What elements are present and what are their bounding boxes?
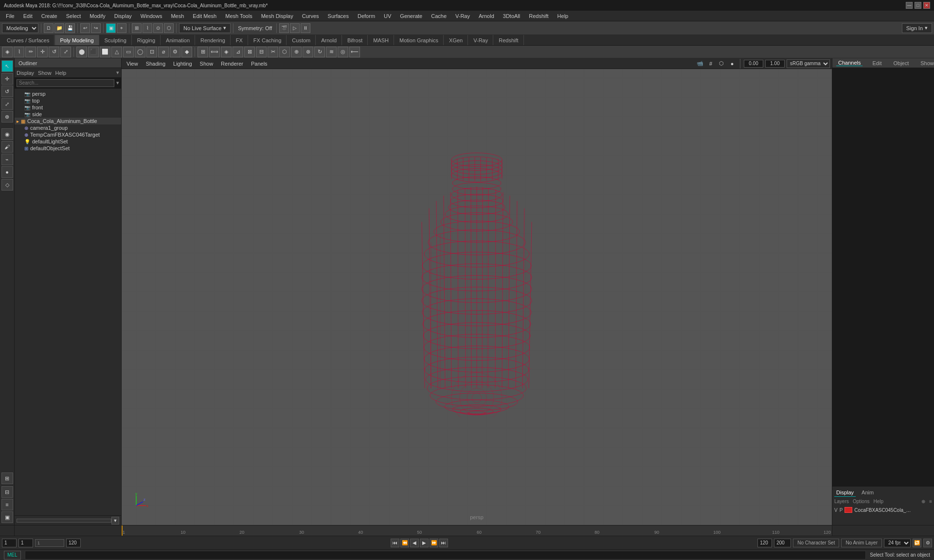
no-character-set-btn[interactable]: No Character Set: [793, 539, 839, 547]
display-tab[interactable]: Display: [834, 489, 856, 497]
maximize-button[interactable]: □: [915, 2, 921, 9]
exposure-input[interactable]: [744, 60, 763, 68]
plane-tool[interactable]: ▭: [123, 47, 134, 57]
bevel-tool[interactable]: ⊿: [233, 47, 243, 57]
menu-item-uv[interactable]: UV: [380, 12, 395, 20]
stack-layout[interactable]: ≡: [1, 499, 13, 510]
select-mode-btn[interactable]: ▣: [106, 23, 116, 33]
scale-tool-left[interactable]: ⤢: [1, 98, 13, 110]
snap-surface-btn[interactable]: ⬡: [164, 23, 174, 33]
spin-edge-tool[interactable]: ↻: [314, 47, 325, 57]
layer-color-swatch[interactable]: [844, 507, 852, 513]
outliner-collapse-btn[interactable]: ▾: [116, 70, 119, 76]
tab-xgen[interactable]: XGen: [444, 35, 468, 45]
tab-sculpting[interactable]: Sculpting: [100, 35, 132, 45]
pause-btn[interactable]: ⏸: [301, 23, 310, 33]
renderer-menu[interactable]: Renderer: [218, 60, 246, 68]
step-back-btn[interactable]: ⏪: [400, 539, 409, 547]
layer-add-btn[interactable]: ⊕: [921, 499, 925, 504]
anim-tab[interactable]: Anim: [860, 489, 876, 497]
menu-item-mesh-tools[interactable]: Mesh Tools: [221, 12, 256, 20]
loop-btn[interactable]: 🔁: [913, 539, 921, 547]
tab-v-ray[interactable]: V-Ray: [468, 35, 493, 45]
tree-item-top[interactable]: 📷 top: [15, 97, 121, 104]
append-tool[interactable]: ⊕: [291, 47, 302, 57]
new-scene-btn[interactable]: 🗋: [44, 23, 54, 33]
frame-range-bar[interactable]: 1: [35, 539, 64, 547]
menu-item-curves[interactable]: Curves: [298, 12, 323, 20]
lasso-btn[interactable]: ⌖: [117, 23, 126, 33]
outliner-display-menu[interactable]: Display: [17, 70, 34, 76]
menu-item-mesh[interactable]: Mesh: [167, 12, 188, 20]
tree-item-camera1[interactable]: ⊛ camera1_group: [15, 124, 121, 131]
no-live-surface-btn[interactable]: No Live Surface ▾: [179, 23, 231, 33]
snap-grid-btn[interactable]: ⊞: [132, 23, 142, 33]
torus-tool[interactable]: ◯: [135, 47, 145, 57]
go-to-end-btn[interactable]: ⏭: [439, 539, 448, 547]
outliner-show-menu[interactable]: Show: [38, 70, 52, 76]
select-tool[interactable]: ◈: [2, 47, 13, 57]
frame-end-input[interactable]: [66, 539, 81, 547]
extrude-tool[interactable]: ⊞: [198, 47, 208, 57]
tree-item-tempcam[interactable]: ⊕ TempCamFBXASC046Target: [15, 131, 121, 138]
workspace-dropdown[interactable]: Modeling: [2, 23, 38, 33]
color-paint[interactable]: ●: [1, 166, 13, 178]
help-label[interactable]: Help: [873, 499, 883, 504]
show-tab[interactable]: Show: [918, 60, 934, 66]
loop-cut-tool[interactable]: ⊟: [256, 47, 267, 57]
no-anim-layer-btn[interactable]: No Anim Layer: [841, 539, 882, 547]
range-max-input[interactable]: [774, 539, 791, 547]
tab-custom[interactable]: Custom: [287, 35, 316, 45]
scale-tool[interactable]: ⤢: [60, 47, 71, 57]
outliner-search-input[interactable]: [17, 79, 114, 87]
camera-toggle-btn[interactable]: 📹: [696, 59, 704, 68]
target-weld-tool[interactable]: ◎: [338, 47, 348, 57]
snap-point-btn[interactable]: ⊙: [153, 23, 163, 33]
fill-tool[interactable]: ⬡: [279, 47, 290, 57]
cube-tool[interactable]: ⬛: [88, 47, 99, 57]
gamma-input[interactable]: [765, 60, 785, 68]
ipr-btn[interactable]: ▷: [290, 23, 300, 33]
menu-item-surfaces[interactable]: Surfaces: [324, 12, 353, 20]
save-btn[interactable]: 💾: [65, 23, 75, 33]
helix-tool[interactable]: ⌀: [158, 47, 169, 57]
outliner-filter-btn[interactable]: ▾: [116, 80, 119, 86]
move-tool[interactable]: ✛: [37, 47, 48, 57]
tab-bifrost[interactable]: Bifrost: [342, 35, 368, 45]
view-menu[interactable]: View: [124, 60, 141, 68]
soft-select[interactable]: ◉: [1, 128, 13, 140]
select-tool-left[interactable]: ↖: [1, 60, 13, 72]
menu-item-create[interactable]: Create: [37, 12, 61, 20]
tab-poly-modeling[interactable]: Poly Modeling: [55, 35, 99, 45]
layout-presets[interactable]: ⊞: [1, 472, 13, 484]
menu-item-modify[interactable]: Modify: [86, 12, 109, 20]
options-label[interactable]: Options: [853, 499, 869, 504]
solid-tool[interactable]: ◆: [181, 47, 192, 57]
menu-item-generate[interactable]: Generate: [396, 12, 426, 20]
move-tool-left[interactable]: ✛: [1, 73, 13, 85]
tab-redshift[interactable]: Redshift: [494, 35, 523, 45]
wireframe-btn[interactable]: ⬡: [717, 59, 726, 68]
menu-item-deform[interactable]: Deform: [354, 12, 379, 20]
smooth-tool[interactable]: ≋: [326, 47, 337, 57]
cone-tool[interactable]: △: [111, 47, 122, 57]
menu-item-select[interactable]: Select: [62, 12, 85, 20]
frame-current-input[interactable]: [18, 539, 33, 547]
tab-animation[interactable]: Animation: [161, 35, 195, 45]
redo-btn[interactable]: ↪: [91, 23, 101, 33]
timeline-scroll[interactable]: 1 10 20 30 40 50 60 70 80 90 100 110 120: [122, 525, 832, 536]
bridge-tool[interactable]: ⟺: [209, 47, 220, 57]
menu-item-v-ray[interactable]: V-Ray: [451, 12, 474, 20]
close-button[interactable]: ✕: [923, 2, 930, 9]
menu-item-windows[interactable]: Windows: [137, 12, 166, 20]
menu-item-edit-mesh[interactable]: Edit Mesh: [189, 12, 220, 20]
tab-motion-graphics[interactable]: Motion Graphics: [395, 35, 444, 45]
smooth-shade-btn[interactable]: ●: [728, 59, 736, 68]
show-menu[interactable]: Show: [197, 60, 216, 68]
menu-item-help[interactable]: Help: [554, 12, 573, 20]
gamma-mode-dropdown[interactable]: sRGB gamma: [787, 59, 830, 68]
render-btn[interactable]: 🎬: [279, 23, 289, 33]
range-end-input[interactable]: [757, 539, 772, 547]
layers-label[interactable]: Layers: [834, 499, 849, 504]
tree-item-side[interactable]: 📷 side: [15, 111, 121, 118]
